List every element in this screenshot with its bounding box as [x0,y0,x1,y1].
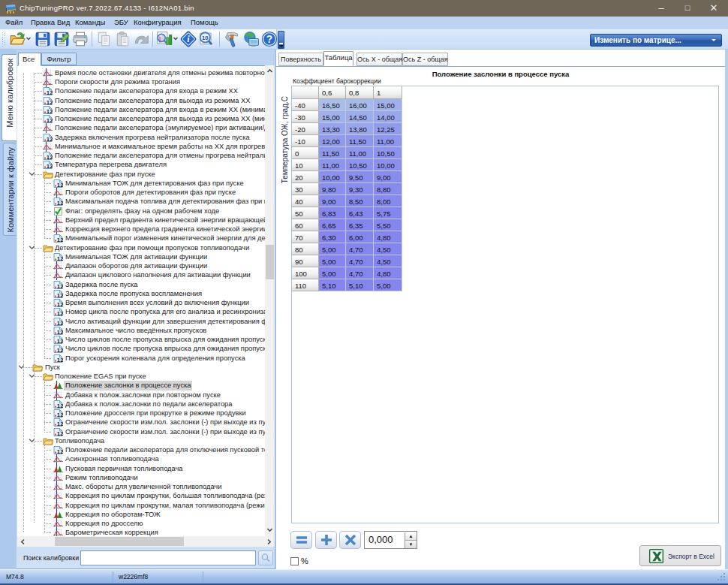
svg-text:?: ? [266,34,272,45]
svg-text:10: 10 [202,35,209,41]
